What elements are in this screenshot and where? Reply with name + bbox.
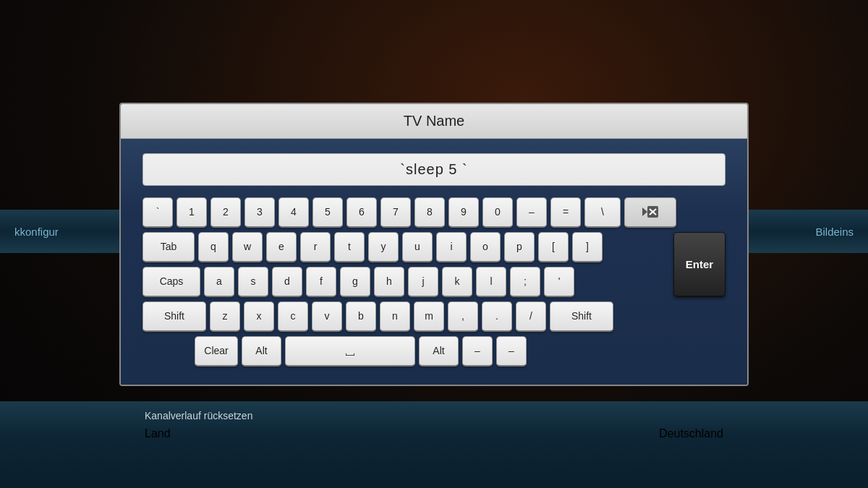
dialog-title: TV Name	[121, 104, 747, 139]
key-endash-1[interactable]: –	[462, 336, 493, 367]
backspace-button[interactable]	[624, 197, 676, 228]
tv-name-input[interactable]: `sleep 5 `	[142, 153, 726, 186]
key-5[interactable]: 5	[312, 197, 343, 228]
key-2[interactable]: 2	[210, 197, 241, 228]
key-shift-left[interactable]: Shift	[142, 301, 206, 332]
key-o[interactable]: o	[470, 232, 501, 262]
key-r[interactable]: r	[300, 232, 331, 262]
key-d[interactable]: d	[272, 267, 302, 297]
bottom-bar: Kanalverlauf rücksetzen Land Deutschland	[0, 401, 868, 488]
key-0[interactable]: 0	[482, 197, 513, 228]
key-caps[interactable]: Caps	[142, 267, 200, 297]
key-s[interactable]: s	[238, 267, 268, 297]
key-c[interactable]: c	[278, 301, 308, 332]
svg-marker-1	[642, 207, 647, 216]
key-b[interactable]: b	[346, 301, 376, 332]
key-backslash[interactable]: \	[584, 197, 621, 228]
key-w[interactable]: w	[232, 232, 263, 262]
key-a[interactable]: a	[204, 267, 234, 297]
key-bracket-open[interactable]: [	[538, 232, 569, 262]
clear-button[interactable]: Clear	[195, 336, 238, 367]
key-semicolon[interactable]: ;	[510, 267, 540, 297]
key-v[interactable]: v	[312, 301, 342, 332]
key-shift-right[interactable]: Shift	[550, 301, 613, 332]
key-backtick[interactable]: `	[142, 197, 173, 228]
bottom-bar-channel-reset: Kanalverlauf rücksetzen	[145, 410, 252, 421]
teal-band-left-text: kkonfigur	[14, 226, 59, 238]
key-k[interactable]: k	[442, 267, 472, 297]
key-tab[interactable]: Tab	[142, 232, 195, 262]
key-h[interactable]: h	[374, 267, 404, 297]
key-f[interactable]: f	[306, 267, 336, 297]
keyboard-row-3: Caps a s d f g h j k l ; '	[142, 267, 670, 297]
key-minus[interactable]: –	[516, 197, 547, 228]
key-space[interactable]: ⎵	[285, 336, 415, 367]
key-l[interactable]: l	[476, 267, 506, 297]
enter-button[interactable]: Enter	[673, 232, 726, 297]
tv-name-dialog: TV Name `sleep 5 ` ` 1 2 3 4 5 6 7 8 9 0…	[119, 103, 749, 386]
keyboard-row-5: Clear Alt ⎵ Alt – –	[142, 336, 726, 367]
key-m[interactable]: m	[414, 301, 444, 332]
key-3[interactable]: 3	[244, 197, 275, 228]
key-q[interactable]: q	[198, 232, 229, 262]
key-n[interactable]: n	[380, 301, 410, 332]
key-endash-2[interactable]: –	[496, 336, 527, 367]
keyboard-row-4: Shift z x c v b n m , . / Shift	[142, 301, 726, 332]
key-6[interactable]: 6	[346, 197, 377, 228]
keyboard-row-1: ` 1 2 3 4 5 6 7 8 9 0 – = \	[142, 197, 726, 228]
key-period[interactable]: .	[482, 301, 512, 332]
on-screen-keyboard: ` 1 2 3 4 5 6 7 8 9 0 – = \	[142, 197, 726, 367]
key-8[interactable]: 8	[414, 197, 445, 228]
keyboard-row-2: Tab q w e r t y u i o p [ ]	[142, 232, 670, 262]
key-slash[interactable]: /	[516, 301, 546, 332]
key-apostrophe[interactable]: '	[544, 267, 574, 297]
bottom-bar-land-label: Land	[145, 427, 171, 440]
key-i[interactable]: i	[436, 232, 467, 262]
key-x[interactable]: x	[244, 301, 274, 332]
key-z[interactable]: z	[210, 301, 240, 332]
bottom-bar-country-value: Deutschland	[659, 427, 723, 440]
key-e[interactable]: e	[266, 232, 297, 262]
key-t[interactable]: t	[334, 232, 365, 262]
key-alt-left[interactable]: Alt	[242, 336, 281, 367]
key-j[interactable]: j	[408, 267, 438, 297]
key-4[interactable]: 4	[278, 197, 309, 228]
dialog-body: `sleep 5 ` ` 1 2 3 4 5 6 7 8 9 0 – = \	[121, 139, 747, 385]
key-alt-right[interactable]: Alt	[419, 336, 459, 367]
key-7[interactable]: 7	[380, 197, 411, 228]
bottom-bar-country-row: Land Deutschland	[145, 427, 723, 440]
key-u[interactable]: u	[402, 232, 433, 262]
key-equals[interactable]: =	[550, 197, 581, 228]
key-1[interactable]: 1	[176, 197, 207, 228]
key-9[interactable]: 9	[448, 197, 479, 228]
key-y[interactable]: y	[368, 232, 399, 262]
key-p[interactable]: p	[504, 232, 535, 262]
key-g[interactable]: g	[340, 267, 370, 297]
teal-band-right-text: Bildeins	[815, 226, 854, 238]
key-comma[interactable]: ,	[448, 301, 478, 332]
key-bracket-close[interactable]: ]	[572, 232, 603, 262]
